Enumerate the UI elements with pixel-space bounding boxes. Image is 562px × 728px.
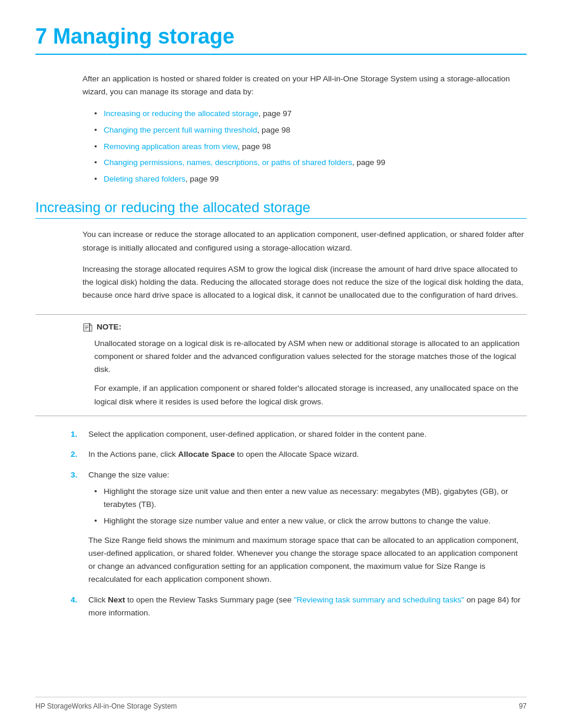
chapter-title-block: 7 Managing storage xyxy=(35,24,527,55)
step-2-bold: Allocate Space xyxy=(178,450,234,459)
step-3-content: Change the size value: Highlight the sto… xyxy=(88,469,527,587)
bullet-suffix-1: , page 98 xyxy=(257,126,290,134)
link-deleting[interactable]: Deleting shared folders xyxy=(104,174,186,183)
step-1-num: 1. xyxy=(71,428,88,441)
step-4-text-after: to open the Review Tasks Summary page (s… xyxy=(125,595,293,604)
section-para2: Increasing the storage allocated require… xyxy=(82,263,527,302)
step-2-text-before: In the Actions pane, click xyxy=(88,450,178,459)
link-percent[interactable]: Changing the percent full warning thresh… xyxy=(104,126,257,134)
step-2-content: In the Actions pane, click Allocate Spac… xyxy=(88,448,527,461)
step-4-bold: Next xyxy=(108,595,125,604)
note-header: NOTE: xyxy=(82,322,527,332)
step-3: 3. Change the size value: Highlight the … xyxy=(71,469,527,587)
list-item: Changing the percent full warning thresh… xyxy=(94,124,527,137)
note-box: NOTE: Unallocated storage on a logical d… xyxy=(35,314,527,416)
link-removing[interactable]: Removing application areas from view xyxy=(104,142,237,151)
link-permissions[interactable]: Changing permissions, names, description… xyxy=(104,158,352,167)
note-para2: For example, if an application component… xyxy=(94,382,527,409)
note-icon xyxy=(82,322,93,332)
footer-page-number: 97 xyxy=(519,702,527,710)
note-para1: Unallocated storage on a logical disk is… xyxy=(94,337,527,377)
footer-product: HP StorageWorks All-in-One Storage Syste… xyxy=(35,702,177,710)
step-2-text-after: to open the Allocate Space wizard. xyxy=(234,450,359,459)
step-2: 2. In the Actions pane, click Allocate S… xyxy=(71,448,527,461)
intro-bullet-list: Increasing or reducing the allocated sto… xyxy=(94,107,527,185)
intro-paragraph: After an application is hosted or shared… xyxy=(82,73,527,98)
bullet-suffix-2: , page 98 xyxy=(237,142,270,151)
step-3-text: Change the size value: xyxy=(88,470,169,479)
bullet-suffix-0: , page 97 xyxy=(259,109,292,118)
step-4: 4. Click Next to open the Review Tasks S… xyxy=(71,594,527,620)
step-4-num: 4. xyxy=(71,594,88,620)
sub-bullet-item: Highlight the storage size number value … xyxy=(94,515,527,528)
page-footer: HP StorageWorks All-in-One Storage Syste… xyxy=(35,697,527,710)
step-1: 1. Select the application component, use… xyxy=(71,428,527,441)
list-item: Changing permissions, names, description… xyxy=(94,156,527,169)
list-item: Deleting shared folders, page 99 xyxy=(94,173,527,186)
steps-list: 1. Select the application component, use… xyxy=(71,428,527,620)
step-4-text-before: Click xyxy=(88,595,108,604)
list-item: Removing application areas from view, pa… xyxy=(94,140,527,153)
page-container: 7 Managing storage After an application … xyxy=(0,0,562,728)
bullet-suffix-3: , page 99 xyxy=(352,158,385,167)
section-heading: Increasing or reducing the allocated sto… xyxy=(35,199,527,219)
bullet-suffix-4: , page 99 xyxy=(186,174,219,183)
step-3-subbullets: Highlight the storage size unit value an… xyxy=(94,485,527,528)
chapter-title: 7 Managing storage xyxy=(35,24,527,49)
step-4-content: Click Next to open the Review Tasks Summ… xyxy=(88,594,527,620)
section-para1: You can increase or reduce the storage a… xyxy=(82,228,527,255)
step-4-link[interactable]: "Reviewing task summary and scheduling t… xyxy=(294,595,464,604)
step-3-extra: The Size Range field shows the minimum a… xyxy=(88,534,527,587)
sub-bullet-item: Highlight the storage size unit value an… xyxy=(94,485,527,512)
list-item: Increasing or reducing the allocated sto… xyxy=(94,107,527,120)
step-1-content: Select the application component, user-d… xyxy=(88,428,527,441)
link-increasing[interactable]: Increasing or reducing the allocated sto… xyxy=(104,109,259,118)
note-label: NOTE: xyxy=(97,322,121,331)
step-3-num: 3. xyxy=(71,469,88,587)
step-2-num: 2. xyxy=(71,448,88,461)
